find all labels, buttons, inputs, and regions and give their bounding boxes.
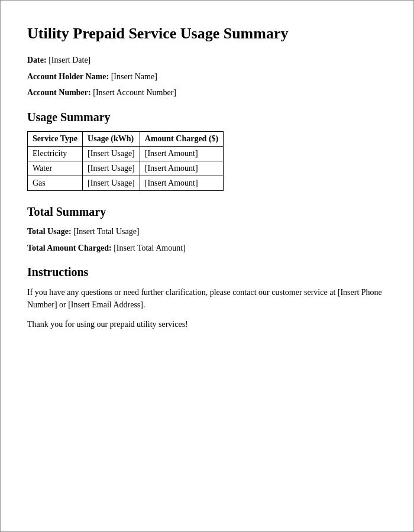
instructions-paragraph-2: Thank you for using our prepaid utility … [27, 318, 387, 330]
date-line: Date: [Insert Date] [27, 54, 387, 66]
date-value: [Insert Date] [48, 56, 90, 64]
total-usage-line: Total Usage: [Insert Total Usage] [27, 226, 387, 238]
table-cell: Electricity [28, 146, 83, 161]
table-cell: Gas [28, 176, 83, 190]
instructions-paragraph-1: If you have any questions or need furthe… [27, 286, 387, 311]
table-body: Electricity[Insert Usage][Insert Amount]… [28, 146, 224, 190]
table-header-row: Service Type Usage (kWh) Amount Charged … [28, 131, 224, 146]
total-amount-value: [Insert Total Amount] [114, 244, 186, 252]
col-header-amount: Amount Charged ($) [140, 131, 223, 146]
col-header-service-type: Service Type [28, 131, 83, 146]
total-amount-label: Total Amount Charged: [27, 244, 112, 252]
total-summary-title: Total Summary [27, 205, 387, 219]
table-cell: [Insert Amount] [140, 161, 223, 176]
table-cell: [Insert Usage] [83, 161, 140, 176]
table-row: Water[Insert Usage][Insert Amount] [28, 161, 224, 176]
table-cell: [Insert Usage] [83, 176, 140, 190]
total-usage-value: [Insert Total Usage] [73, 227, 140, 236]
table-cell: [Insert Amount] [140, 146, 223, 161]
page-title: Utility Prepaid Service Usage Summary [27, 24, 387, 43]
account-holder-value: [Insert Name] [111, 72, 157, 81]
instructions-section: If you have any questions or need furthe… [27, 286, 387, 330]
total-section: Total Usage: [Insert Total Usage] Total … [27, 226, 387, 254]
instructions-title: Instructions [27, 265, 387, 279]
account-holder-label: Account Holder Name: [27, 72, 109, 81]
account-number-line: Account Number: [Insert Account Number] [27, 87, 387, 99]
table-row: Electricity[Insert Usage][Insert Amount] [28, 146, 224, 161]
page-container: Utility Prepaid Service Usage Summary Da… [0, 0, 414, 532]
account-number-label: Account Number: [27, 88, 91, 97]
total-amount-line: Total Amount Charged: [Insert Total Amou… [27, 242, 387, 254]
table-cell: [Insert Usage] [83, 146, 140, 161]
total-usage-label: Total Usage: [27, 227, 72, 236]
table-row: Gas[Insert Usage][Insert Amount] [28, 176, 224, 190]
account-holder-line: Account Holder Name: [Insert Name] [27, 71, 387, 83]
usage-table: Service Type Usage (kWh) Amount Charged … [27, 131, 224, 191]
date-label: Date: [27, 56, 47, 64]
table-cell: Water [28, 161, 83, 176]
meta-section: Date: [Insert Date] Account Holder Name:… [27, 54, 387, 99]
usage-summary-title: Usage Summary [27, 111, 387, 124]
account-number-value: [Insert Account Number] [93, 88, 176, 97]
col-header-usage: Usage (kWh) [83, 131, 140, 146]
table-cell: [Insert Amount] [140, 176, 223, 190]
